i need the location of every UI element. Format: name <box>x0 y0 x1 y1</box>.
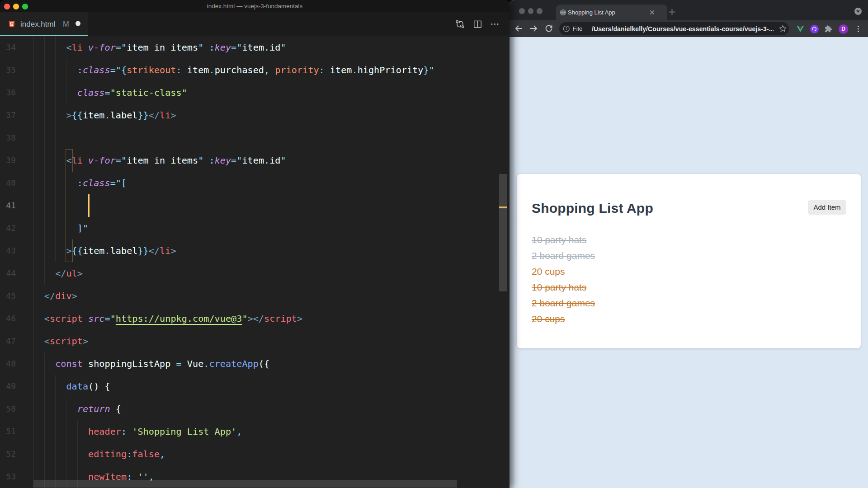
code-row-38[interactable]: 38 <box>0 127 509 149</box>
page-title: Shopping List App <box>532 201 653 216</box>
new-tab-icon[interactable] <box>669 9 675 15</box>
indent-spacer <box>33 381 66 392</box>
code-editor[interactable]: 34 <li v-for="item in items" :key="item.… <box>0 36 509 488</box>
code-row-37[interactable]: 37 >{{item.label}}</li> <box>0 104 509 127</box>
indent-spacer <box>33 449 89 460</box>
code-token-link: https://unpkg.com/vue@3 <box>116 313 242 324</box>
code-row-41[interactable]: 41 <box>0 194 509 217</box>
code-token-tagp: </ <box>55 268 66 279</box>
close-traffic-light-inactive[interactable] <box>519 8 525 14</box>
maximize-traffic-light-inactive[interactable] <box>537 8 542 14</box>
code-token-punc: , <box>160 449 165 460</box>
shopping-list-item[interactable]: 2 board games <box>532 248 595 263</box>
profile-avatar[interactable]: D <box>839 24 848 34</box>
code-token-fg <box>83 42 88 53</box>
extensions-puzzle-icon[interactable] <box>824 25 832 33</box>
code-row-42[interactable]: 42 ]" <box>0 217 509 239</box>
code-token-fg: item in items <box>127 155 198 166</box>
shopping-list-item[interactable]: 10 party hats <box>532 279 595 295</box>
code-token-fn: createApp <box>209 358 258 369</box>
code-line: <script> <box>33 330 89 352</box>
overview-ruler-cursor-mark <box>499 206 507 208</box>
code-token-fg: purchased <box>215 65 264 75</box>
code-row-48[interactable]: 48 const shoppingListApp = Vue.createApp… <box>0 352 509 375</box>
code-row-49[interactable]: 49 data() { <box>0 375 509 398</box>
code-row-52[interactable]: 52 editing:false, <box>0 443 509 465</box>
code-token-punc: ]" <box>77 223 88 234</box>
line-number: 38 <box>0 127 16 149</box>
code-token-attr: key <box>215 155 231 166</box>
browser-viewport: Shopping List App Add Item 10 party hats… <box>509 37 868 488</box>
line-number: 41 <box>0 194 16 217</box>
code-line: header: 'Shopping List App', <box>33 420 242 443</box>
shopping-list-item[interactable]: 20 cups <box>532 263 595 279</box>
code-token-punc: : <box>77 178 83 188</box>
line-number: 36 <box>0 81 16 104</box>
bookmark-star-icon[interactable] <box>779 25 787 33</box>
code-row-46[interactable]: 46 <script src="https://unpkg.com/vue@3"… <box>0 307 509 330</box>
code-row-34[interactable]: 34 <li v-for="item in items" :key="item.… <box>0 36 509 59</box>
horizontal-scrollbar-thumb[interactable] <box>33 480 457 488</box>
reload-icon[interactable] <box>545 24 553 33</box>
indent-spacer <box>33 336 44 347</box>
code-token-fg: ({ <box>259 358 269 369</box>
tab-index-html[interactable]: index.html M <box>0 12 88 36</box>
code-row-35[interactable]: 35 :class="{strikeout: item.purchased, p… <box>0 59 509 81</box>
shopping-list-item[interactable]: 20 cups <box>532 311 595 327</box>
code-token-tag: script <box>50 336 83 347</box>
code-token-tag: li <box>160 110 170 121</box>
code-line: >{{item.label}}</li> <box>33 239 176 262</box>
code-row-47[interactable]: 47 <script> <box>0 330 509 352</box>
code-row-39[interactable]: 39 <li v-for="item in items" :key="item.… <box>0 149 509 172</box>
code-row-51[interactable]: 51 header: 'Shopping List App', <box>0 420 509 443</box>
vue-devtools-icon[interactable] <box>797 26 804 33</box>
shopping-list-item[interactable]: 10 party hats <box>532 232 595 248</box>
code-row-44[interactable]: 44 </ul> <box>0 262 509 285</box>
code-token-fg: item <box>182 65 209 75</box>
line-number: 44 <box>0 262 16 285</box>
code-row-50[interactable]: 50 return { <box>0 398 509 420</box>
shopping-list-item[interactable]: 2 board games <box>532 295 595 311</box>
unsaved-dot-indicator[interactable] <box>75 21 80 26</box>
code-token-attr: key <box>215 42 231 53</box>
minimize-traffic-light-inactive[interactable] <box>528 8 534 14</box>
bracket-pair-guide <box>72 239 73 262</box>
indent-guide <box>44 194 45 217</box>
back-icon[interactable] <box>514 24 524 33</box>
forward-icon[interactable] <box>529 24 538 33</box>
code-token-punc: ="{ <box>110 65 127 75</box>
line-number: 45 <box>0 285 16 307</box>
url-path: /Users/danielkelly/Courses/vue-essential… <box>592 22 774 35</box>
code-token-attr: v-for <box>88 155 116 166</box>
tab-close-icon[interactable] <box>649 9 655 15</box>
code-row-40[interactable]: 40 :class="[ <box>0 172 509 194</box>
split-editor-button[interactable] <box>473 12 482 36</box>
code-row-45[interactable]: 45 </div> <box>0 285 509 307</box>
code-token-punc: " <box>281 42 286 53</box>
extension-badge[interactable] <box>810 25 819 33</box>
open-changes-button[interactable] <box>455 12 465 36</box>
chevron-down-icon <box>856 10 860 13</box>
code-row-43[interactable]: 43 >{{item.label}}</li> <box>0 239 509 262</box>
code-token-punc: }} <box>137 245 148 256</box>
code-token-tagp: > <box>66 110 71 121</box>
text-cursor <box>88 194 90 217</box>
browser-tab[interactable]: Shopping List App <box>556 5 667 20</box>
more-actions-button[interactable] <box>491 12 499 36</box>
vertical-scrollbar-thumb[interactable] <box>499 174 507 291</box>
code-token-attr: v-for <box>88 42 116 53</box>
swirl-icon <box>811 26 817 32</box>
info-icon[interactable] <box>563 25 570 33</box>
indent-guide <box>55 194 56 217</box>
code-token-punc: }} <box>137 110 148 121</box>
url-bar[interactable]: File /Users/danielkelly/Courses/vue-esse… <box>559 22 789 35</box>
tab-search-button[interactable] <box>854 8 862 15</box>
code-row-36[interactable]: 36 class="static-class" <box>0 81 509 104</box>
code-token-attr: class <box>83 178 110 188</box>
add-item-button[interactable]: Add Item <box>808 200 846 215</box>
vscode-titlebar[interactable]: index.html — vuejs-3-fundamentals <box>0 0 509 12</box>
code-token-tagp: > <box>170 110 176 121</box>
menu-kebab-icon[interactable] <box>855 25 862 33</box>
git-modified-badge: M <box>63 12 69 36</box>
code-line: class="static-class" <box>33 81 187 104</box>
